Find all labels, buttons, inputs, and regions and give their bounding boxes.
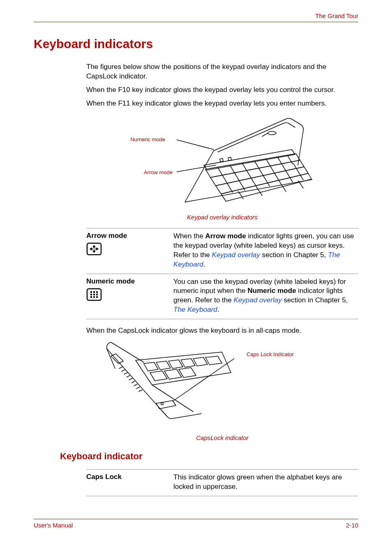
svg-rect-32 — [90, 291, 92, 293]
arrow-mode-icon — [86, 242, 173, 258]
table-row: Caps Lock This indicator glows green whe… — [86, 469, 358, 496]
footer-left: User's Manual — [34, 522, 73, 529]
svg-rect-35 — [90, 294, 92, 295]
subheading-keyboard-indicator: Keyboard indicator — [60, 451, 358, 462]
svg-line-41 — [119, 367, 122, 368]
page-footer: User's Manual 2-10 — [34, 519, 358, 529]
desc-caps-lock: This indicator glows green when the alph… — [173, 473, 358, 492]
footer-page-number: 2-10 — [346, 522, 358, 529]
term-arrow-mode: Arrow mode — [86, 232, 127, 240]
svg-line-49 — [139, 390, 142, 391]
definition-table-1: Arrow mode When the Arrow mode indicator… — [86, 228, 358, 320]
svg-line-1 — [177, 139, 214, 150]
figure1-label-numeric: Numeric mode — [112, 136, 165, 143]
term-numeric-mode: Numeric mode — [86, 277, 135, 285]
figure1-label-arrow: Arrow mode — [119, 169, 173, 175]
header-rule — [34, 22, 358, 22]
figure-keypad-overlay: Numeric mode Arrow mode — [86, 116, 358, 210]
keyboard-corner-illustration-icon — [177, 116, 312, 208]
svg-line-4 — [230, 166, 235, 174]
intro-para-3: When the F11 key indicator glows the key… — [86, 99, 358, 108]
text-bold: Numeric mode — [248, 287, 296, 295]
svg-rect-37 — [96, 294, 98, 295]
svg-line-47 — [134, 384, 137, 386]
svg-line-26 — [281, 184, 286, 191]
page-heading: Keyboard indicators — [34, 37, 358, 51]
svg-rect-33 — [93, 291, 95, 293]
svg-line-14 — [271, 168, 276, 176]
term-caps-lock: Caps Lock — [86, 473, 122, 481]
text-fragment: . — [217, 306, 219, 313]
laptop-left-corner-illustration-icon — [86, 340, 234, 432]
svg-rect-38 — [90, 296, 92, 298]
svg-line-16 — [293, 164, 298, 172]
text-fragment: section in Chapter 5, — [260, 251, 328, 259]
svg-line-42 — [122, 370, 125, 371]
svg-rect-36 — [93, 294, 95, 295]
footer-rule — [34, 519, 358, 519]
text-bold: Arrow mode — [205, 232, 246, 240]
svg-line-13 — [260, 170, 265, 178]
table-row: Numeric mode You can use the keypad over… — [86, 274, 358, 320]
svg-line-3 — [218, 168, 223, 176]
figure-capslock: Caps Lock Indicator — [86, 340, 358, 434]
svg-line-45 — [129, 378, 132, 380]
link-keypad-overlay[interactable]: Keypad overlay — [233, 296, 281, 304]
svg-point-0 — [268, 131, 276, 135]
svg-line-17 — [228, 184, 233, 192]
desc-arrow-mode: When the Arrow mode indicator lights gre… — [173, 232, 358, 269]
svg-rect-39 — [93, 296, 95, 298]
table-row: Arrow mode When the Arrow mode indicator… — [86, 228, 358, 274]
svg-line-10 — [223, 176, 228, 184]
svg-line-44 — [127, 375, 130, 377]
svg-rect-50 — [161, 403, 163, 405]
figure1-caption: Keypad overlay indicators — [86, 214, 358, 221]
figure2-caption: CapsLock indicator — [86, 434, 358, 441]
definition-table-2: Caps Lock This indicator glows green whe… — [86, 469, 358, 496]
svg-line-5 — [242, 164, 247, 172]
text-fragment: section in Chapter 5, — [282, 296, 348, 304]
svg-line-20 — [265, 178, 270, 186]
svg-line-19 — [252, 180, 257, 188]
header-section: The Grand Tour — [34, 12, 358, 22]
svg-rect-40 — [96, 296, 98, 298]
intro-para-2: When the F10 key indicator glows the key… — [86, 85, 358, 95]
svg-line-48 — [136, 387, 140, 389]
svg-line-15 — [283, 166, 288, 174]
svg-line-43 — [124, 373, 127, 374]
svg-rect-29 — [228, 157, 231, 161]
capslock-intro-para: When the CapsLock indicator glows the ke… — [86, 327, 358, 335]
link-keypad-overlay[interactable]: Keypad overlay — [212, 251, 260, 259]
link-the-keyboard[interactable]: The Keyboard — [173, 306, 217, 313]
desc-numeric-mode: You can use the keypad overlay (white la… — [173, 277, 358, 315]
text-fragment: When the — [173, 232, 205, 240]
svg-rect-28 — [220, 159, 223, 162]
svg-line-46 — [131, 381, 135, 383]
intro-para-1: The figures below show the positions of … — [86, 62, 358, 81]
figure2-label-caps: Caps Lock Indicator — [247, 351, 294, 357]
svg-rect-34 — [96, 291, 98, 293]
text-fragment: . — [203, 260, 205, 268]
numeric-mode-icon — [86, 288, 173, 303]
